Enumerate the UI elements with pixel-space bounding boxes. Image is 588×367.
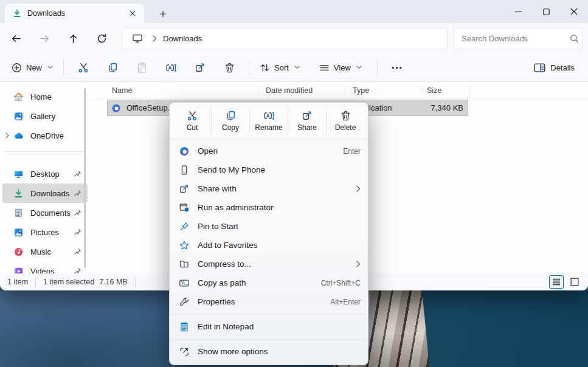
delete-button[interactable] [219,57,240,78]
new-tab-button[interactable] [156,8,170,20]
rename-quick-action[interactable]: Rename [250,106,288,135]
file-size: 7,340 KB [431,103,464,112]
sidebar-item-label: Pictures [30,228,74,237]
sidebar-item-label: Music [30,247,74,256]
delete-quick-action[interactable]: Delete [327,106,364,135]
sidebar-item-home[interactable]: Home [2,87,88,106]
close-button[interactable] [560,0,588,23]
search-box[interactable] [454,28,583,49]
sidebar-item-onedrive[interactable]: OneDrive [2,126,88,145]
tab-downloads[interactable]: Downloads [5,4,144,23]
new-button-label: New [26,63,42,72]
refresh-button[interactable] [91,28,112,49]
sidebar-item-music[interactable]: Music [2,242,88,261]
menu-item-label: Show more options [198,347,361,356]
sidebar-item-desktop[interactable]: Desktop [2,164,88,184]
menu-item-compress-to[interactable]: Compress to... [170,255,368,273]
quick-action-label: Cut [187,123,198,132]
sidebar-item-label: Desktop [30,170,74,179]
menu-divider [170,314,367,315]
quick-action-label: Share [297,123,317,132]
pictures-icon [13,227,24,238]
selection-count: 1 item selected [43,278,94,286]
sort-button[interactable]: Sort [254,58,305,77]
sidebar: Home Gallery OneDrive [0,82,91,273]
minimize-button[interactable] [504,0,532,23]
column-headers: Name Date modified Type Size [91,82,588,99]
window-controls [504,0,588,23]
search-icon[interactable] [570,34,579,43]
context-menu: Cut Copy Rename Share Delete [169,102,368,365]
office-app-icon [178,146,190,157]
copy-quick-action[interactable]: Copy [212,106,250,135]
details-pane-button[interactable]: Details [528,58,581,77]
sidebar-item-videos[interactable]: Videos [2,261,88,273]
details-view-toggle[interactable] [549,275,564,289]
sidebar-item-pictures[interactable]: Pictures [2,222,88,242]
menu-item-send-to-my-phone[interactable]: Send to My Phone [170,160,368,179]
this-pc-icon[interactable] [132,33,143,44]
menu-item-run-as-administrator[interactable]: Run as administrator [170,198,368,217]
star-icon [178,240,190,251]
share-icon [302,110,313,122]
expand-chevron-icon[interactable] [2,132,12,139]
menu-item-label: Properties [198,297,330,306]
cut-icon [187,110,198,122]
sidebar-item-label: Home [30,92,81,101]
menu-item-share-with[interactable]: Share with [170,179,368,198]
large-icons-view-toggle[interactable] [567,275,582,289]
menu-item-copy-as-path[interactable]: Copy as path Ctrl+Shift+C [170,273,368,292]
more-options-icon[interactable] [387,57,407,78]
menu-item-shortcut: Enter [343,147,361,156]
pin-icon [74,190,81,197]
column-header-type[interactable]: Type [345,86,422,95]
quick-action-label: Delete [335,123,356,132]
back-button[interactable] [5,28,26,49]
tab-close-icon[interactable] [126,7,139,20]
menu-item-add-to-favorites[interactable]: Add to Favorites [170,236,368,255]
sidebar-item-documents[interactable]: Documents [2,203,88,222]
column-header-size[interactable]: Size [422,86,469,95]
menu-item-label: Run as administrator [198,203,361,212]
delete-icon [340,110,351,122]
share-quick-action[interactable]: Share [288,106,327,135]
desktop-icon [13,169,24,179]
menu-item-shortcut: Ctrl+Shift+C [321,279,361,287]
rename-button[interactable] [161,57,181,78]
cut-button[interactable] [73,57,94,78]
maximize-button[interactable] [532,0,560,23]
menu-item-pin-to-start[interactable]: Pin to Start [170,217,368,236]
menu-item-show-more-options[interactable]: Show more options [170,342,368,361]
menu-divider [170,339,367,340]
view-button[interactable]: View [314,58,367,77]
breadcrumb-chevron-icon [153,35,157,42]
breadcrumb[interactable]: Downloads [163,34,202,43]
menu-item-edit-in-notepad[interactable]: Edit in Notepad [170,317,368,336]
downloads-icon [13,188,24,199]
up-button[interactable] [63,28,83,49]
new-button[interactable]: New [6,58,58,77]
copy-button[interactable] [102,57,123,78]
menu-item-label: Pin to Start [198,222,361,231]
sidebar-scrollbar[interactable] [84,88,86,268]
menu-divider [170,139,367,139]
quick-action-label: Copy [222,123,239,132]
quick-actions: Cut Copy Rename Share Delete [170,106,368,135]
search-input[interactable] [460,33,570,44]
menu-item-properties[interactable]: Properties Alt+Enter [170,292,368,311]
tab-title: Downloads [27,9,126,18]
address-bar[interactable]: Downloads [122,28,448,49]
status-separator [135,278,136,287]
command-toolbar: New Sort [0,53,588,82]
column-header-name[interactable]: Name [91,86,258,95]
office-setup-file-icon [111,103,121,113]
sidebar-item-gallery[interactable]: Gallery [2,106,88,126]
gallery-icon [13,111,24,122]
paste-button[interactable] [131,57,152,78]
menu-item-open[interactable]: Open Enter [170,142,368,160]
cut-quick-action[interactable]: Cut [173,106,212,135]
share-button[interactable] [190,57,210,78]
forward-button[interactable] [34,28,55,49]
sidebar-item-downloads[interactable]: Downloads [2,184,88,203]
column-header-date-modified[interactable]: Date modified [258,86,345,95]
